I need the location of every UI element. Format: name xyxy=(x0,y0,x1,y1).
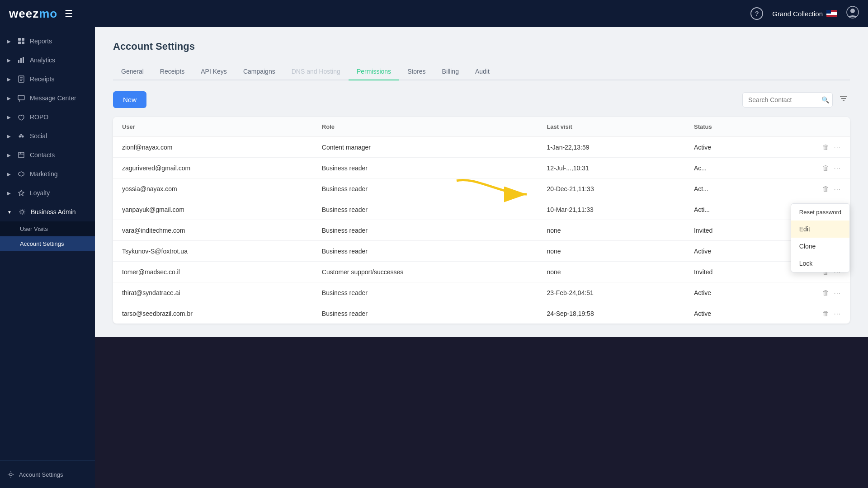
sidebar-item-business-admin[interactable]: ▼ Business Admin xyxy=(0,202,95,221)
hamburger-menu-icon[interactable]: ☰ xyxy=(65,8,73,19)
cell-user: tarso@seedbrazil.com.br xyxy=(113,303,313,324)
sidebar-item-analytics[interactable]: ▶ Analytics xyxy=(0,51,95,70)
message-center-chevron-icon: ▶ xyxy=(7,96,11,101)
user-avatar[interactable] xyxy=(846,6,859,21)
tab-permissions[interactable]: Permissions xyxy=(349,63,399,80)
sidebar-contacts-label: Contacts xyxy=(30,151,55,159)
filter-icon[interactable] xyxy=(837,92,850,107)
cell-last-visit: 23-Feb-24,04:51 xyxy=(538,282,685,303)
sidebar-item-contacts[interactable]: ▶ Contacts xyxy=(0,145,95,164)
sidebar-item-ropo[interactable]: ▶ ROPO xyxy=(0,108,95,127)
sidebar-marketing-label: Marketing xyxy=(30,170,57,178)
more-options-icon[interactable]: ··· xyxy=(834,185,841,192)
tab-receipts[interactable]: Receipts xyxy=(152,63,193,80)
context-menu-clone[interactable]: Clone xyxy=(791,238,849,255)
svg-rect-3 xyxy=(22,38,24,41)
delete-icon[interactable]: 🗑 xyxy=(822,164,829,172)
sidebar-ropo-label: ROPO xyxy=(30,113,48,121)
layout: ▶ Reports ▶ Analytics ▶ Receipts ▶ xyxy=(0,27,868,488)
svg-marker-18 xyxy=(19,190,24,196)
sidebar-reports-label: Reports xyxy=(30,38,52,45)
business-admin-icon xyxy=(18,208,26,216)
delete-icon[interactable]: 🗑 xyxy=(822,289,829,296)
cell-role: Business reader xyxy=(313,178,538,199)
tab-campaigns[interactable]: Campaigns xyxy=(235,63,283,80)
new-button[interactable]: New xyxy=(113,91,146,108)
search-icon[interactable]: 🔍 xyxy=(821,96,829,103)
cell-actions: 🗑 ··· xyxy=(768,282,850,303)
tab-stores[interactable]: Stores xyxy=(399,63,434,80)
social-icon xyxy=(17,132,25,140)
permissions-table: User Role Last visit Status zionf@nayax.… xyxy=(113,117,850,324)
cell-status: Active xyxy=(685,303,768,324)
sidebar-account-settings[interactable]: Account Settings xyxy=(0,466,95,483)
logo: weezmo xyxy=(9,7,57,21)
more-options-icon[interactable]: ··· xyxy=(834,164,841,172)
svg-rect-8 xyxy=(23,57,24,63)
svg-rect-2 xyxy=(18,38,21,41)
table-row: yossia@nayax.com Business reader 20-Dec-… xyxy=(113,178,850,199)
cell-status: Acti... xyxy=(685,199,768,220)
cell-last-visit: 1-Jan-22,13:59 xyxy=(538,137,685,158)
svg-rect-7 xyxy=(20,58,22,63)
context-menu-reset-password[interactable]: Reset password xyxy=(791,204,849,221)
cell-role: Business reader xyxy=(313,282,538,303)
sidebar-sub-item-account-settings[interactable]: Account Settings xyxy=(0,236,95,251)
table-row: zionf@nayax.com Content manager 1-Jan-22… xyxy=(113,137,850,158)
cell-user: thirat@syndatrace.ai xyxy=(113,282,313,303)
collection-selector[interactable]: Grand Collection xyxy=(772,10,837,18)
cell-actions: 🗑 ··· xyxy=(768,137,850,158)
cell-last-visit: none xyxy=(538,220,685,241)
cell-user: zagurivered@gmail.com xyxy=(113,158,313,178)
context-menu-edit[interactable]: Edit xyxy=(791,221,849,238)
reports-chevron-icon: ▶ xyxy=(7,39,11,44)
search-contact-input[interactable] xyxy=(742,92,833,108)
receipts-chevron-icon: ▶ xyxy=(7,77,11,82)
sidebar-item-reports[interactable]: ▶ Reports xyxy=(0,32,95,51)
cell-last-visit: none xyxy=(538,262,685,282)
sidebar-item-social[interactable]: ▶ Social xyxy=(0,127,95,145)
sidebar-analytics-label: Analytics xyxy=(30,56,55,64)
more-options-icon[interactable]: ··· xyxy=(834,310,841,317)
contacts-chevron-icon: ▶ xyxy=(7,153,11,158)
cell-actions: 🗑 ··· xyxy=(768,178,850,199)
tab-api-keys[interactable]: API Keys xyxy=(193,63,235,80)
cell-actions: 🗑 ··· xyxy=(768,158,850,178)
cell-status: Ac... xyxy=(685,158,768,178)
table-row: yanpayuk@gmail.com Business reader 10-Ma… xyxy=(113,199,850,220)
more-options-icon[interactable]: ··· xyxy=(834,289,841,296)
delete-icon[interactable]: 🗑 xyxy=(822,310,829,317)
context-menu-lock[interactable]: Lock xyxy=(791,255,849,272)
cell-status: Active xyxy=(685,137,768,158)
cell-status: Active xyxy=(685,241,768,262)
help-icon[interactable]: ? xyxy=(750,7,763,20)
table-row: tarso@seedbrazil.com.br Business reader … xyxy=(113,303,850,324)
sidebar-item-message-center[interactable]: ▶ Message Center xyxy=(0,89,95,108)
sidebar-item-marketing[interactable]: ▶ Marketing xyxy=(0,164,95,183)
sidebar-item-loyalty[interactable]: ▶ Loyalty xyxy=(0,183,95,202)
cell-role: Business reader xyxy=(313,199,538,220)
svg-rect-5 xyxy=(22,42,24,44)
tab-billing[interactable]: Billing xyxy=(434,63,467,80)
table-row: tomer@madsec.co.il Customer support/succ… xyxy=(113,262,850,282)
cell-user: Tsykunov-S@foxtrot.ua xyxy=(113,241,313,262)
col-header-user: User xyxy=(113,117,313,137)
tab-general[interactable]: General xyxy=(113,63,152,80)
topbar-right: ? Grand Collection xyxy=(750,6,859,21)
delete-icon[interactable]: 🗑 xyxy=(822,185,829,192)
sidebar-loyalty-label: Loyalty xyxy=(30,189,50,197)
svg-rect-13 xyxy=(18,95,24,100)
more-options-icon[interactable]: ··· xyxy=(834,143,841,151)
ropo-chevron-icon: ▶ xyxy=(7,115,11,120)
sidebar-business-admin-label: Business Admin xyxy=(31,208,76,216)
business-admin-chevron-icon: ▼ xyxy=(7,210,12,215)
table-row: Tsykunov-S@foxtrot.ua Business reader no… xyxy=(113,241,850,262)
sidebar-message-center-label: Message Center xyxy=(30,94,76,102)
sidebar-item-receipts[interactable]: ▶ Receipts xyxy=(0,70,95,89)
sidebar-receipts-label: Receipts xyxy=(30,75,54,83)
main-content: Account Settings General Receipts API Ke… xyxy=(95,27,868,337)
delete-icon[interactable]: 🗑 xyxy=(822,143,829,151)
tab-audit[interactable]: Audit xyxy=(467,63,498,80)
social-chevron-icon: ▶ xyxy=(7,134,11,139)
sidebar-sub-item-user-visits[interactable]: User Visits xyxy=(0,221,95,236)
